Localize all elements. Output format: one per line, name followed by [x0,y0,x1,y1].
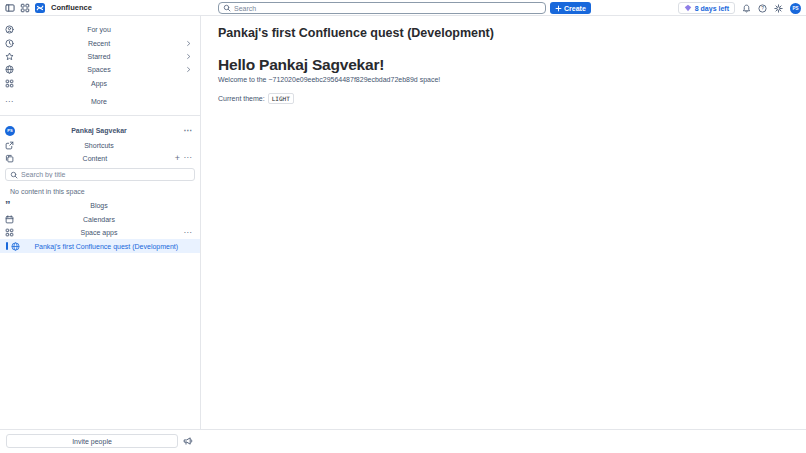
svg-text:?: ? [761,6,764,11]
panel-toggle-icon [5,3,15,13]
help-button[interactable]: ? [758,4,767,13]
avatar-initials: PS [792,6,798,11]
feedback-button[interactable] [183,436,193,446]
content-search[interactable] [5,168,195,181]
sidebar-toggle-button[interactable] [5,3,15,13]
create-label: Create [564,5,586,12]
sidebar-item-shortcuts[interactable]: Shortcuts [0,138,200,151]
app-switcher-icon [20,3,30,13]
megaphone-icon [183,436,193,446]
sidebar-item-label: Pankaj's first Confluence quest (Develop… [21,243,193,250]
search-icon [223,4,231,12]
bell-icon [742,4,751,13]
sidebar-divider [0,115,200,116]
add-content-icon[interactable]: + [175,154,180,163]
trial-days-button[interactable]: 8 days left [678,2,735,14]
clock-icon [5,39,14,48]
star-icon [5,52,14,61]
sidebar-item-more[interactable]: ⋯ More [0,95,200,108]
person-circle-icon [5,25,14,34]
confluence-logo-icon [36,4,44,12]
trial-days-label: 8 days left [695,5,729,12]
sidebar-item-for-you[interactable]: For you [0,23,200,36]
notifications-button[interactable] [742,4,751,13]
sidebar-item-label: Recent [15,40,183,47]
chevron-right-icon [185,66,192,73]
chevron-right-icon [185,40,192,47]
sidebar-item-label: Apps [15,80,183,87]
main-shell: For you Recent Starred Spaces Apps ⋯ Mor [0,16,806,429]
globe-icon [5,65,14,74]
sidebar: For you Recent Starred Spaces Apps ⋯ Mor [0,16,201,429]
sidebar-item-label: Calendars [15,216,183,223]
welcome-text: Welcome to the ~712020e09eebc29564487f82… [218,76,789,83]
sidebar-item-spaces[interactable]: Spaces [0,63,200,76]
chevron-right-icon [185,53,192,60]
content-search-input[interactable] [21,171,190,178]
sidebar-item-recent[interactable]: Recent [0,36,200,49]
globe-icon [11,242,20,251]
invite-people-button[interactable]: Invite people [6,434,178,448]
theme-label: Current theme: [218,95,265,102]
app-switcher-button[interactable] [20,3,30,13]
page-title: Pankaj's first Confluence quest (Develop… [218,26,789,40]
grid-icon [5,79,14,88]
search-input[interactable] [234,5,541,12]
theme-value-badge: LIGHT [268,93,294,104]
sidebar-item-blogs[interactable]: ” Blogs [0,199,200,212]
main-content: Pankaj's first Confluence quest (Develop… [201,16,806,429]
grid-icon [5,228,14,237]
quote-icon: ” [5,203,15,208]
gear-icon [774,4,783,13]
topbar-right-group: 8 days left ? PS [678,0,801,16]
user-avatar[interactable]: PS [790,3,801,14]
sidebar-item-label: Content [15,155,175,162]
sidebar-item-space-apps[interactable]: Space apps ⋯ [0,226,200,239]
top-bar: Confluence Create 8 days left ? PS [0,0,806,16]
search-icon [10,171,18,179]
pages-icon [5,154,14,163]
sidebar-item-label: More [15,98,183,105]
calendar-icon [5,215,14,224]
sidebar-item-label: Space apps [15,229,183,236]
sidebar-item-selected-quest[interactable]: Pankaj's first Confluence quest (Develop… [0,239,200,253]
sidebar-item-label: Starred [15,53,183,60]
space-name: Pankaj Sagvekar [15,127,183,134]
space-apps-more-icon[interactable]: ⋯ [183,229,192,237]
ellipsis-icon: ⋯ [5,98,15,106]
confluence-logo[interactable] [35,3,45,13]
space-more-icon[interactable]: ⋯ [183,127,192,135]
greeting-heading: Hello Pankaj Sagvekar! [218,56,789,74]
create-button[interactable]: Create [550,2,591,14]
sidebar-item-starred[interactable]: Starred [0,50,200,63]
settings-button[interactable] [774,4,783,13]
sidebar-item-label: Spaces [15,66,183,73]
global-search[interactable] [218,2,546,14]
sidebar-item-calendars[interactable]: Calendars [0,213,200,226]
sidebar-item-label: Shortcuts [15,142,183,149]
content-more-icon[interactable]: ⋯ [183,154,192,162]
sidebar-item-content[interactable]: Content + ⋯ [0,152,200,165]
shortcut-icon [5,141,14,150]
app-name: Confluence [51,3,92,12]
space-header[interactable]: PS Pankaj Sagvekar ⋯ [0,123,200,138]
space-avatar: PS [5,126,15,136]
sidebar-item-apps[interactable]: Apps [0,77,200,90]
sidebar-item-label: For you [15,26,183,33]
help-icon: ? [758,4,767,13]
selected-indicator [6,242,8,250]
theme-line: Current theme: LIGHT [218,93,789,104]
gem-icon [684,4,692,12]
plus-icon [555,5,562,12]
sidebar-footer: Invite people [0,429,806,452]
empty-content-note: No content in this space [0,185,200,199]
sidebar-item-label: Blogs [15,202,183,209]
